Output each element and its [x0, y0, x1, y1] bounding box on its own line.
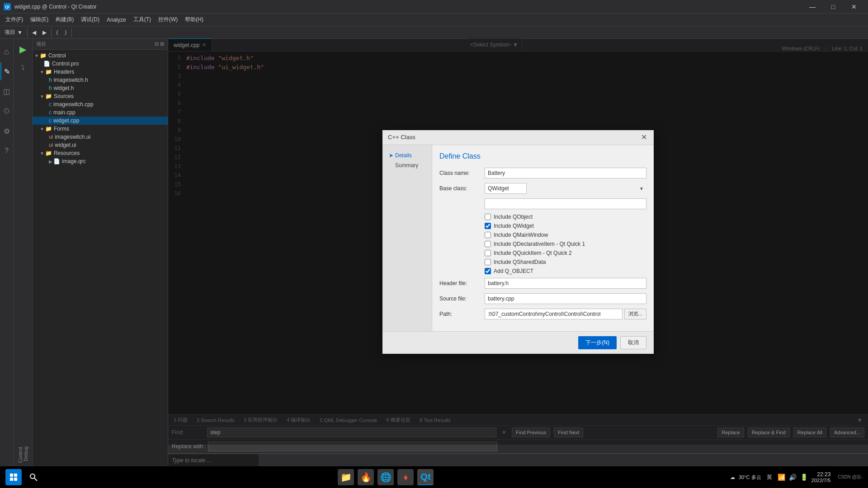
- menu-debug[interactable]: 调试(D): [77, 14, 103, 25]
- checkbox-qobject[interactable]: [485, 214, 491, 220]
- tree-item-image-qrc[interactable]: ▶ 📄 image.qrc: [33, 157, 168, 165]
- folder-icon: 📁: [45, 93, 52, 99]
- main-container: ⌂ ✎ ◫ ⏲ ⚙ ? ▶ ⤵ Control Debug 项目 ⊟ ⊞ ▼ 📁…: [0, 39, 868, 466]
- sidebar-icon-edit[interactable]: ✎: [0, 62, 13, 80]
- tree-item-main-cpp[interactable]: c main.cpp: [33, 108, 168, 117]
- tree-content[interactable]: ▼ 📁 Control 📄 Control.pro ▼ 📁 Headers h …: [33, 50, 168, 466]
- folder-icon: 📁: [45, 150, 52, 156]
- checkbox-qmainwindow-label: Include QMainWindow: [494, 232, 548, 238]
- menu-build[interactable]: 构建(B): [52, 14, 77, 25]
- checkbox-qobject-macro[interactable]: [485, 268, 491, 274]
- minimize-button[interactable]: —: [802, 0, 823, 14]
- menu-help[interactable]: 帮助(H): [181, 14, 207, 25]
- tree-item-imageswitch-h[interactable]: h imageswitch.h: [33, 76, 168, 84]
- taskbar-search-button[interactable]: [25, 469, 42, 485]
- modal-nav-summary[interactable]: Summary: [386, 160, 428, 170]
- modal-nav-details[interactable]: ➤ Details: [386, 150, 428, 160]
- menu-bar: 文件(F) 编辑(E) 构建(B) 调试(D) Analyze 工具(T) 控件…: [0, 14, 868, 26]
- tree-arrow-icon: ▼: [40, 151, 44, 156]
- svg-line-5: [34, 478, 37, 481]
- modal-title: C++ Class: [388, 134, 415, 141]
- path-input[interactable]: [485, 309, 623, 319]
- tree-arrow-icon: ▼: [40, 127, 44, 131]
- tree-item-sources[interactable]: ▼ 📁 Sources: [33, 92, 168, 100]
- toolbar-back-button[interactable]: ◀: [29, 28, 39, 37]
- maximize-button[interactable]: □: [823, 0, 844, 14]
- file-manager-icon: 📁: [340, 472, 352, 483]
- toolbar-nav-forward[interactable]: ⟩: [62, 28, 70, 37]
- checkbox-qshared[interactable]: [485, 259, 491, 265]
- class-name-input[interactable]: [485, 168, 646, 178]
- tree-item-control[interactable]: ▼ 📁 Control: [33, 52, 168, 60]
- tree-item-sources-label: Sources: [54, 93, 74, 99]
- lang-indicator[interactable]: 英: [765, 474, 774, 481]
- cancel-button[interactable]: 取消: [620, 336, 646, 349]
- close-button[interactable]: ✕: [844, 0, 864, 14]
- path-row: Path: 浏览...: [439, 309, 646, 319]
- checkbox-qmainwindow[interactable]: [485, 232, 491, 238]
- checkbox-qdeclarative[interactable]: [485, 241, 491, 247]
- browse-button[interactable]: 浏览...: [624, 309, 646, 319]
- toolbar-nav-back[interactable]: ⟨: [53, 28, 61, 37]
- base-class-label: Base class:: [439, 185, 485, 192]
- tree-item-widget-ui[interactable]: ui widget.ui: [33, 141, 168, 149]
- taskbar-qtcreator[interactable]: Qt: [417, 469, 434, 485]
- empty-input-field: [485, 198, 646, 209]
- tree-item-control-pro[interactable]: 📄 Control.pro: [33, 60, 168, 68]
- checkbox-qwidget[interactable]: [485, 223, 491, 229]
- tree-item-widget-cpp[interactable]: c widget.cpp: [33, 117, 168, 125]
- tree-item-resources[interactable]: ▼ 📁 Resources: [33, 149, 168, 157]
- menu-analyze[interactable]: Analyze: [103, 15, 130, 25]
- run-button[interactable]: ▶: [14, 41, 32, 58]
- network-icon: 📶: [778, 474, 785, 481]
- toolbar-separator: [27, 28, 28, 37]
- tree-item-imageswitch-cpp[interactable]: c imageswitch.cpp: [33, 100, 168, 108]
- source-file-input[interactable]: [485, 293, 646, 304]
- checkbox-qquick[interactable]: [485, 250, 491, 256]
- project-selector[interactable]: 项目 ▼: [2, 28, 25, 37]
- step-button[interactable]: ⤵: [14, 59, 32, 76]
- modal-title-bar: C++ Class ✕: [382, 130, 654, 145]
- header-file-input[interactable]: [485, 278, 646, 289]
- taskbar: 📁 🔥 🌐 ♦ Qt ☁ 30°C 多云 英 📶 🔊 🔋 22:23 2022/…: [0, 466, 868, 488]
- sidebar-icon-design[interactable]: ◫: [0, 82, 13, 100]
- checkbox-qquick-row: Include QQuickItem - Qt Quick 2: [485, 250, 646, 256]
- base-class-select[interactable]: QWidget QObject QMainWindow: [485, 183, 527, 194]
- taskbar-edge[interactable]: 🌐: [377, 469, 394, 485]
- toolbar-separator-2: [51, 28, 52, 37]
- menu-file[interactable]: 文件(F): [2, 14, 27, 25]
- sidebar-icon-project[interactable]: ⚙: [0, 122, 13, 140]
- window-controls: — □ ✕: [802, 0, 864, 14]
- tree-item-headers[interactable]: ▼ 📁 Headers: [33, 68, 168, 76]
- taskbar-app2[interactable]: ♦: [397, 469, 414, 485]
- locator-input[interactable]: [168, 454, 259, 467]
- debug-label-container: Control Debug: [18, 77, 28, 466]
- header-file-label: Header file:: [439, 280, 485, 286]
- class-name-label: Class name:: [439, 170, 485, 176]
- base-class-row: Base class: QWidget QObject QMainWindow: [439, 183, 646, 194]
- tree-arrow-icon: ▼: [40, 70, 44, 75]
- taskbar-file-manager[interactable]: 📁: [338, 469, 354, 485]
- next-button[interactable]: 下一步(N): [578, 336, 617, 349]
- sidebar-icon-welcome[interactable]: ⌂: [0, 42, 13, 61]
- sidebar-icon-debug[interactable]: ⏲: [0, 102, 13, 120]
- tree-arrow-icon: ▶: [49, 159, 52, 164]
- checkbox-qdeclarative-row: Include QDeclarativeItem - Qt Quick 1: [485, 241, 646, 247]
- menu-tools[interactable]: 工具(T): [130, 14, 155, 25]
- menu-edit[interactable]: 编辑(E): [27, 14, 52, 25]
- sidebar-icon-help[interactable]: ?: [0, 142, 13, 160]
- toolbar-forward-button[interactable]: ▶: [40, 28, 49, 37]
- menu-controls[interactable]: 控件(W): [155, 14, 181, 25]
- tree-item-widget-h[interactable]: h widget.h: [33, 84, 168, 92]
- tree-item-label: Resources: [54, 150, 80, 156]
- checkbox-qquick-label: Include QQuickItem - Qt Quick 2: [494, 250, 572, 256]
- modal-main: Define Class Class name: Base class: QWi…: [432, 145, 654, 331]
- windows-start-button[interactable]: [5, 469, 22, 485]
- svg-point-4: [30, 474, 35, 479]
- header-file-row: Header file:: [439, 278, 646, 289]
- tree-item-imageswitch-ui[interactable]: ui imageswitch.ui: [33, 133, 168, 141]
- tree-item-forms[interactable]: ▼ 📁 Forms: [33, 125, 168, 133]
- tree-arrow-icon: ▼: [40, 94, 44, 99]
- taskbar-app1[interactable]: 🔥: [358, 469, 374, 485]
- modal-close-button[interactable]: ✕: [639, 133, 648, 142]
